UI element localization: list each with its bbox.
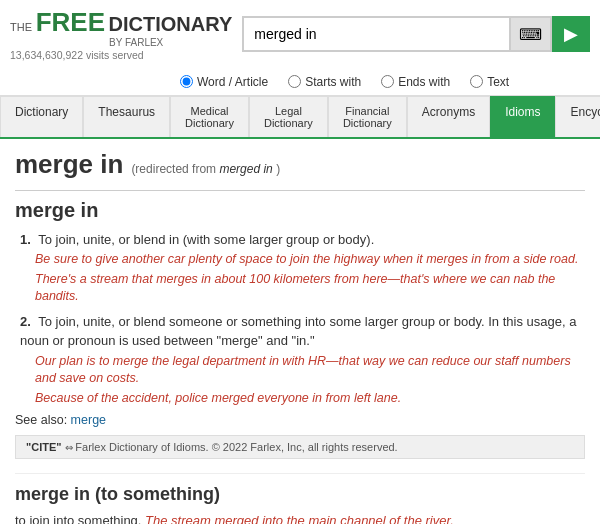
see-also-1: See also: merge — [15, 413, 585, 427]
def-body-2: To join, unite, or blend someone or some… — [20, 314, 576, 349]
search-icon: ▶ — [564, 24, 578, 44]
entry-1: merge in 1. To join, unite, or blend in … — [15, 199, 585, 460]
example-2-2: Because of the accident, police merged e… — [35, 390, 585, 408]
visits-count: 13,634,630,922 visits served — [10, 49, 144, 61]
logo-byfarlex: BY FARLEX — [40, 37, 232, 48]
option-starts-with[interactable]: Starts with — [288, 75, 361, 89]
logo-free: FREE — [36, 7, 105, 37]
logo: THE FREE DICTIONARY BY FARLEX — [10, 8, 232, 48]
page-heading: merge in (redirected from merged in ) — [15, 149, 585, 182]
tab-idioms[interactable]: Idioms — [490, 96, 555, 137]
example-2-1: Our plan is to merge the legal departmen… — [35, 353, 585, 388]
entry-1-title: merge in — [15, 199, 585, 222]
tab-acronyms[interactable]: Acronyms — [407, 96, 490, 137]
option-word-article[interactable]: Word / Article — [180, 75, 268, 89]
def-item-1: 1. To join, unite, or blend in (with som… — [20, 230, 585, 306]
search-options: Word / Article Starts with Ends with Tex… — [10, 69, 590, 95]
example-1-1: Be sure to give another car plenty of sp… — [35, 251, 585, 269]
example-1-2: There's a stream that merges in about 10… — [35, 271, 585, 306]
cite-label-1: "CITE" — [26, 441, 62, 453]
main-content: merge in (redirected from merged in ) me… — [0, 139, 600, 524]
header: THE FREE DICTIONARY BY FARLEX 13,634,630… — [0, 0, 600, 96]
main-title: merge in — [15, 149, 123, 180]
option-ends-with[interactable]: Ends with — [381, 75, 450, 89]
tab-medical-dictionary[interactable]: MedicalDictionary — [170, 96, 249, 137]
redirect-close: ) — [276, 162, 280, 176]
cite-source-1: Farlex Dictionary of Idioms. © 2022 Farl… — [75, 441, 397, 453]
divider-1 — [15, 190, 585, 191]
option-text-label: Text — [487, 75, 509, 89]
option-word-article-label: Word / Article — [197, 75, 268, 89]
entry-2-body: to join into something. The stream merge… — [15, 511, 585, 524]
search-input[interactable] — [242, 16, 511, 52]
logo-the: THE — [10, 21, 32, 33]
search-bar: ⌨ ▶ — [242, 16, 590, 52]
option-starts-with-label: Starts with — [305, 75, 361, 89]
entry-2-example: The stream merged into the main channel … — [145, 513, 454, 524]
logo-area: THE FREE DICTIONARY BY FARLEX 13,634,630… — [10, 8, 232, 61]
entry-2-body-text: to join into something. — [15, 513, 141, 524]
tab-thesaurus[interactable]: Thesaurus — [83, 96, 170, 137]
tab-dictionary[interactable]: Dictionary — [0, 96, 83, 137]
see-also-link-1[interactable]: merge — [71, 413, 106, 427]
def-num-1: 1. — [20, 232, 31, 247]
redirect-label: (redirected from — [131, 162, 216, 176]
def-body-1: To join, unite, or blend in (with some l… — [38, 232, 374, 247]
redirect-note: (redirected from merged in ) — [131, 162, 280, 176]
cite-arrows-1: ⇔ — [65, 442, 76, 453]
header-top: THE FREE DICTIONARY BY FARLEX 13,634,630… — [10, 8, 590, 61]
keyboard-button[interactable]: ⌨ — [511, 16, 552, 52]
def-num-2: 2. — [20, 314, 31, 329]
tab-legal-dictionary[interactable]: LegalDictionary — [249, 96, 328, 137]
option-text[interactable]: Text — [470, 75, 509, 89]
entry-2-title: merge in (to something) — [15, 484, 585, 505]
see-also-label-1: See also: — [15, 413, 67, 427]
logo-dictionary: DICTIONARY — [109, 13, 233, 35]
search-button[interactable]: ▶ — [552, 16, 590, 52]
option-ends-with-label: Ends with — [398, 75, 450, 89]
definition-list-1: 1. To join, unite, or blend in (with som… — [20, 230, 585, 408]
def-item-2: 2. To join, unite, or blend someone or s… — [20, 312, 585, 408]
cite-bar-1: "CITE" ⇔ Farlex Dictionary of Idioms. © … — [15, 435, 585, 459]
nav-tabs: Dictionary Thesaurus MedicalDictionary L… — [0, 96, 600, 139]
tab-financial-dictionary[interactable]: FinancialDictionary — [328, 96, 407, 137]
entry-2: merge in (to something) to join into som… — [15, 473, 585, 524]
keyboard-icon: ⌨ — [519, 25, 542, 44]
tab-encyclopedia[interactable]: Encyclopedia — [555, 96, 600, 137]
redirect-term: merged in — [219, 162, 272, 176]
